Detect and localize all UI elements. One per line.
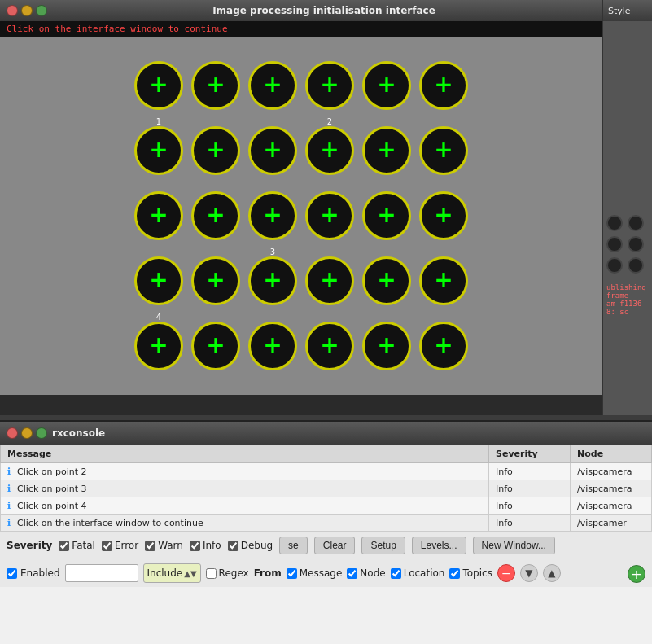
table-row[interactable]: ℹ Click on point 2 Info /vispcamera (1, 463, 652, 480)
circle-16[interactable]: + (362, 191, 411, 240)
status-text: Click on the interface window to continu… (7, 24, 228, 34)
circle-9[interactable]: +2 (305, 126, 354, 175)
circle-1[interactable]: + (191, 61, 240, 110)
location-filter-checkbox[interactable] (391, 568, 401, 579)
minimize-button[interactable] (21, 5, 33, 16)
enabled-checkbox[interactable] (7, 568, 17, 579)
circle-26[interactable]: + (248, 322, 297, 370)
circle-22[interactable]: + (362, 256, 411, 305)
table-row[interactable]: ℹ Click on point 4 Info /vispcamera (1, 497, 652, 515)
warn-checkbox-item[interactable]: Warn (145, 540, 183, 551)
circle-10[interactable]: + (362, 126, 411, 175)
circle-11[interactable]: + (419, 126, 468, 175)
image-proc-titlebar: Image processing initialisation interfac… (0, 0, 602, 21)
regex-checkbox[interactable] (206, 568, 217, 579)
circle-4[interactable]: + (362, 61, 411, 110)
circle-24[interactable]: +4 (134, 322, 183, 370)
circle-17[interactable]: + (419, 191, 468, 240)
circle-14[interactable]: + (248, 191, 297, 240)
node-cell: /vispcamera (571, 480, 652, 497)
close-button[interactable] (7, 5, 18, 16)
circle-25[interactable]: + (191, 322, 240, 370)
circle-29[interactable]: + (419, 322, 468, 370)
circle-5[interactable]: + (419, 61, 468, 110)
message-checkbox-item[interactable]: Message (287, 567, 343, 579)
debug-label: Debug (241, 540, 273, 551)
error-checkbox[interactable] (102, 541, 112, 551)
circle-23[interactable]: + (419, 256, 468, 305)
rxconsole-close-button[interactable] (7, 427, 18, 439)
circle-20[interactable]: +3 (248, 256, 297, 305)
circle-8[interactable]: + (248, 126, 297, 175)
fatal-checkbox[interactable] (59, 541, 69, 551)
clear-button[interactable]: Clear (314, 537, 356, 554)
circle-6[interactable]: +1 (134, 126, 183, 175)
console-table-container[interactable]: Message Severity Node ℹ Click on point 2… (0, 445, 652, 532)
canvas-area[interactable]: + + + + + + +1 + + +2 + + + + + + + + (0, 37, 602, 395)
circle-19[interactable]: + (191, 256, 240, 305)
circle-27[interactable]: + (305, 322, 354, 370)
location-filter-label: Location (404, 567, 445, 579)
add-filter-button[interactable]: + (628, 565, 645, 583)
info-checkbox-item[interactable]: Info (190, 540, 221, 551)
circle-3[interactable]: + (305, 61, 354, 110)
side-panel-title: Style (608, 6, 631, 16)
message-filter-checkbox[interactable] (287, 568, 297, 579)
rxconsole-min-button[interactable] (21, 427, 33, 439)
side-publish-text: ublishing frame am f11368: sc (603, 280, 652, 319)
side-dot (628, 236, 644, 252)
enabled-text: Enabled (20, 567, 60, 579)
circle-0[interactable]: + (134, 61, 183, 110)
node-checkbox-item[interactable]: Node (347, 567, 385, 579)
filter-text-input[interactable] (65, 564, 138, 582)
message-cell: ℹ Click on point 2 (1, 463, 489, 480)
maximize-button[interactable] (36, 5, 47, 16)
rxconsole-window-controls (7, 427, 47, 439)
topics-filter-label: Topics (462, 567, 492, 579)
include-select-wrapper[interactable]: Include ▲▼ (143, 563, 201, 583)
topics-checkbox-item[interactable]: Topics (449, 567, 492, 579)
topics-filter-checkbox[interactable] (449, 568, 460, 579)
node-filter-checkbox[interactable] (347, 568, 357, 579)
severity-cell: Info (489, 497, 571, 515)
filter-up-button[interactable]: ▲ (543, 564, 561, 582)
side-dot (628, 257, 644, 274)
node-cell: /vispcamera (571, 463, 652, 480)
setup-button[interactable]: Setup (361, 537, 405, 554)
enabled-label[interactable]: Enabled (7, 567, 60, 579)
fatal-checkbox-item[interactable]: Fatal (59, 540, 95, 551)
error-label: Error (115, 540, 138, 551)
info-icon: ℹ (7, 483, 11, 494)
circle-18[interactable]: + (134, 256, 183, 305)
circle-28[interactable]: + (362, 322, 411, 370)
message-filter-label: Message (300, 567, 343, 579)
circle-7[interactable]: + (191, 126, 240, 175)
regex-checkbox-item[interactable]: Regex (206, 567, 249, 579)
location-checkbox-item[interactable]: Location (391, 567, 445, 579)
rxconsole-max-button[interactable] (36, 427, 47, 439)
side-dot (628, 215, 644, 231)
image-proc-body: Click on the interface window to continu… (0, 21, 602, 415)
circle-13[interactable]: + (191, 191, 240, 240)
circle-2[interactable]: + (248, 61, 297, 110)
circle-12[interactable]: + (134, 191, 183, 240)
new-window-button[interactable]: New Window... (473, 537, 555, 554)
table-row[interactable]: ℹ Click on point 3 Info /vispcamera (1, 480, 652, 497)
severity-cell: Info (489, 463, 571, 480)
pause-button[interactable]: se (279, 537, 308, 554)
circle-15[interactable]: + (305, 191, 354, 240)
warn-checkbox[interactable] (145, 541, 155, 551)
severity-filter-row: Severity Fatal Error Warn Info Debug se … (0, 532, 652, 559)
debug-checkbox-item[interactable]: Debug (228, 540, 273, 551)
remove-filter-button[interactable]: − (497, 564, 515, 582)
table-row[interactable]: ℹ Click on the interface window to conti… (1, 515, 652, 532)
debug-checkbox[interactable] (228, 541, 238, 551)
filter-down-button[interactable]: ▼ (520, 564, 538, 582)
error-checkbox-item[interactable]: Error (102, 540, 138, 551)
circle-21[interactable]: + (305, 256, 354, 305)
levels-button[interactable]: Levels... (412, 537, 466, 554)
message-cell: ℹ Click on point 3 (1, 480, 489, 497)
severity-cell: Info (489, 515, 571, 532)
include-arrow-icon: ▲▼ (184, 569, 196, 578)
info-checkbox[interactable] (190, 541, 200, 551)
